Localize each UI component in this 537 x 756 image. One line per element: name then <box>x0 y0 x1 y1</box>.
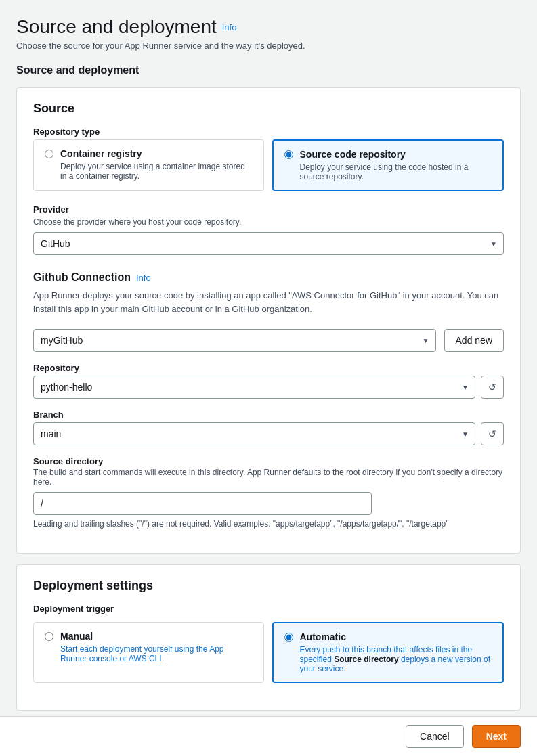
manual-title: Manual <box>60 631 253 642</box>
footer-bar: Cancel Next <box>0 716 537 756</box>
page-title: Source and deployment <box>16 16 217 38</box>
github-connection-title: Github Connection <box>33 271 131 284</box>
radio-source-code-repository[interactable] <box>284 150 293 159</box>
radio-automatic[interactable] <box>284 633 293 642</box>
page-subtitle: Choose the source for your App Runner se… <box>16 41 521 51</box>
branch-select[interactable]: main dev <box>33 422 475 445</box>
source-card: Source Repository type Container registr… <box>16 87 521 554</box>
repository-type-label: Repository type <box>33 127 504 137</box>
source-dir-sublabel: The build and start commands will execut… <box>33 468 504 487</box>
radio-option-source-code-repository[interactable]: Source code repository Deploy your servi… <box>272 139 504 191</box>
repository-refresh-button[interactable]: ↺ <box>481 376 504 399</box>
branch-refresh-button[interactable]: ↺ <box>481 422 504 445</box>
deployment-settings-card: Deployment settings Deployment trigger M… <box>16 564 521 711</box>
branch-field-row: Branch main dev ↺ <box>33 409 504 445</box>
automatic-title: Automatic <box>300 631 492 642</box>
radio-option-container-registry[interactable]: Container registry Deploy your service u… <box>33 139 264 191</box>
page-info-link[interactable]: Info <box>222 22 237 32</box>
container-registry-title: Container registry <box>60 148 253 159</box>
source-dir-input[interactable] <box>33 492 372 515</box>
provider-section: Provider Choose the provider where you h… <box>33 204 504 255</box>
source-directory-field-row: Source directory The build and start com… <box>33 456 504 529</box>
branch-select-wrapper: main dev <box>33 422 475 445</box>
provider-select-wrapper: GitHub Bitbucket <box>33 232 504 255</box>
add-new-button[interactable]: Add new <box>444 329 504 352</box>
deployment-card-title: Deployment settings <box>33 579 504 593</box>
github-connection-section: Github Connection Info App Runner deploy… <box>33 271 504 529</box>
connection-row: myGitHub Add new <box>33 329 504 352</box>
branch-label: Branch <box>33 409 504 420</box>
automatic-desc: Every push to this branch that affects f… <box>300 645 492 673</box>
deployment-trigger-options: Manual Start each deployment yourself us… <box>33 622 504 683</box>
source-code-repo-title: Source code repository <box>300 149 492 160</box>
branch-input-row: main dev ↺ <box>33 422 504 445</box>
container-registry-desc: Deploy your service using a container im… <box>60 162 253 181</box>
source-card-title: Source <box>33 102 504 116</box>
connection-select-wrapper: myGitHub <box>33 329 436 352</box>
manual-desc: Start each deployment yourself using the… <box>60 644 253 663</box>
provider-sublabel: Choose the provider where you host your … <box>33 217 504 227</box>
connection-select[interactable]: myGitHub <box>33 329 436 352</box>
repository-select-wrapper: python-hello <box>33 376 475 399</box>
provider-label: Provider <box>33 204 504 215</box>
radio-option-automatic[interactable]: Automatic Every push to this branch that… <box>272 622 504 683</box>
section-heading: Source and deployment <box>16 64 521 76</box>
provider-select[interactable]: GitHub Bitbucket <box>33 232 504 255</box>
radio-container-registry[interactable] <box>45 150 53 158</box>
deployment-trigger-label: Deployment trigger <box>33 604 504 614</box>
repository-input-row: python-hello ↺ <box>33 376 504 399</box>
next-button[interactable]: Next <box>472 725 521 748</box>
source-code-repo-desc: Deploy your service using the code hoste… <box>300 162 492 181</box>
repository-field-row: Repository python-hello ↺ <box>33 363 504 399</box>
cancel-button[interactable]: Cancel <box>406 725 464 748</box>
github-connection-info-link[interactable]: Info <box>136 273 151 283</box>
repository-select[interactable]: python-hello <box>33 376 475 399</box>
source-dir-hint: Leading and trailing slashes ("/") are n… <box>33 519 504 529</box>
radio-option-manual[interactable]: Manual Start each deployment yourself us… <box>33 622 264 683</box>
github-connection-desc: App Runner deploys your source code by i… <box>33 289 504 315</box>
repository-label: Repository <box>33 363 504 373</box>
source-dir-label: Source directory <box>33 456 504 466</box>
repository-type-options: Container registry Deploy your service u… <box>33 139 504 191</box>
radio-manual[interactable] <box>45 632 53 641</box>
